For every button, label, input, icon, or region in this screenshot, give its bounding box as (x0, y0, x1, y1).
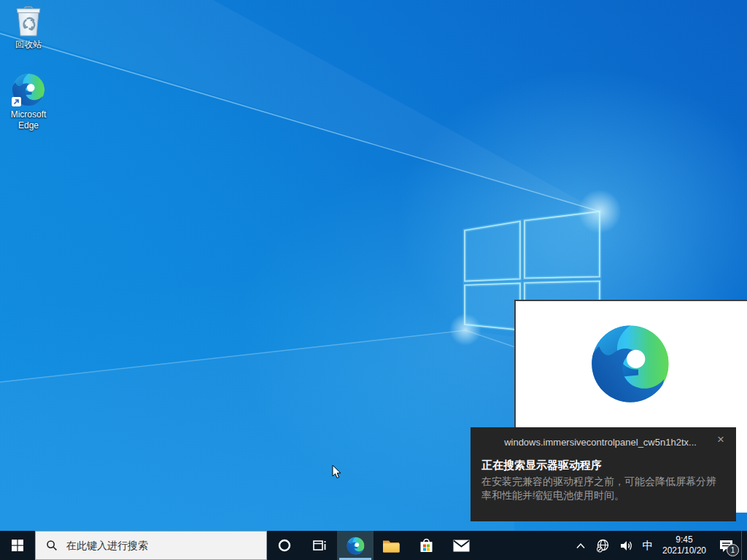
recycle-bin-icon (14, 4, 43, 36)
notification-count-badge: 1 (727, 544, 739, 556)
start-button[interactable] (0, 531, 35, 560)
notification-toast[interactable]: windows.immersivecontrolpanel_cw5n1h2tx.… (471, 427, 736, 521)
task-view-button[interactable] (302, 531, 337, 560)
desktop-icon-recycle-bin[interactable]: 回收站 (3, 4, 54, 50)
windows-start-icon (12, 540, 23, 551)
cortana-button[interactable] (267, 531, 302, 560)
taskbar-store-button[interactable] (409, 531, 444, 560)
taskbar-edge-button[interactable] (337, 531, 374, 560)
desktop-icon-label: Microsoft Edge (3, 109, 54, 131)
taskbar-empty-area (479, 531, 570, 560)
desktop: 回收站 Microsoft Edge windows.immersivecont… (0, 0, 747, 560)
network-globe-disconnected-icon (596, 539, 610, 553)
toast-app-id: windows.immersivecontrolpanel_cw5n1h2tx.… (497, 437, 704, 448)
toast-title: 正在搜索显示器驱动程序 (481, 459, 725, 472)
chevron-up-icon (576, 542, 586, 549)
search-input[interactable] (65, 539, 266, 552)
file-explorer-icon (382, 539, 400, 553)
taskbar: 中 9:45 2021/10/20 1 (0, 531, 747, 560)
tray-ime-indicator[interactable]: 中 (638, 531, 658, 560)
search-icon (46, 540, 58, 551)
tray-network-button[interactable] (591, 531, 614, 560)
desktop-icon-label: 回收站 (15, 39, 42, 50)
action-center-button[interactable]: 1 (711, 531, 741, 560)
taskbar-file-explorer-button[interactable] (374, 531, 409, 560)
microsoft-store-icon (419, 537, 434, 553)
clock-date: 2021/10/20 (662, 545, 706, 556)
taskbar-mail-button[interactable] (444, 531, 479, 560)
clock-time: 9:45 (676, 534, 692, 545)
cortana-icon (277, 538, 292, 553)
edge-taskbar-icon (347, 537, 365, 555)
shortcut-arrow-icon (12, 97, 21, 106)
volume-icon (619, 540, 633, 552)
mail-icon (453, 540, 470, 552)
show-desktop-button[interactable] (741, 531, 747, 560)
edge-logo-splash-icon (590, 324, 670, 404)
close-icon[interactable]: × (713, 432, 729, 448)
taskbar-search-box[interactable] (35, 531, 267, 560)
desktop-icon-edge[interactable]: Microsoft Edge (3, 73, 54, 131)
tray-clock[interactable]: 9:45 2021/10/20 (658, 531, 711, 560)
task-view-icon (312, 538, 327, 553)
tray-volume-button[interactable] (614, 531, 638, 560)
toast-body: 在安装完兼容的驱动程序之前，可能会降低屏幕分辨率和性能并缩短电池使用时间。 (481, 475, 725, 502)
tray-chevron-button[interactable] (570, 531, 591, 560)
